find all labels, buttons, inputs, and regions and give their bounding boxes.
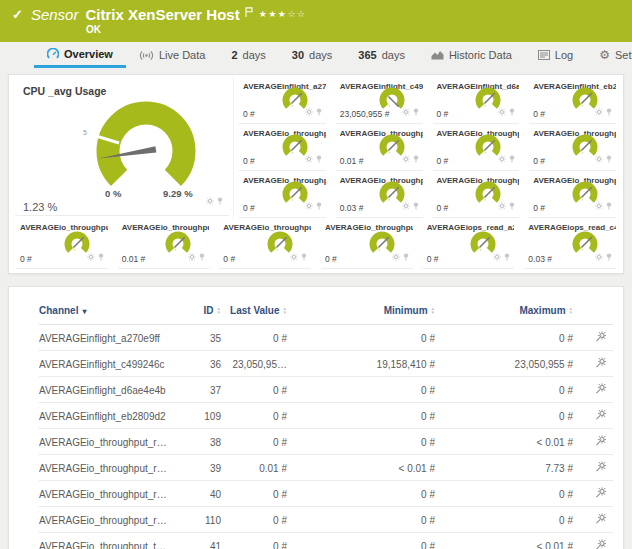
pin-icon[interactable] <box>509 149 515 167</box>
gear-icon[interactable] <box>290 247 298 265</box>
gear-icon[interactable] <box>595 102 603 120</box>
tab-365-days[interactable]: 365days <box>345 42 418 68</box>
gear-icon[interactable] <box>188 247 196 265</box>
channel-settings-gear-icon[interactable] <box>595 542 607 549</box>
sort-toggle-icon: ▲▼ <box>217 307 221 315</box>
cpu-gauge-tick-label: 5 <box>83 129 87 136</box>
gear-icon[interactable] <box>498 102 506 120</box>
column-header-maximum[interactable]: Maximum▲▼ <box>435 301 573 325</box>
channel-minimum-cell: 0 # <box>287 481 435 507</box>
tab-live-data[interactable]: Live Data <box>126 42 218 68</box>
column-header-minimum[interactable]: Minimum▲▼ <box>287 301 435 325</box>
channel-settings-gear-icon[interactable] <box>595 516 607 527</box>
pin-icon[interactable] <box>509 196 515 214</box>
star-icon[interactable]: ★ <box>268 9 278 19</box>
star-icon[interactable]: ☆ <box>297 9 307 19</box>
gauges-panel: CPU _avg Usage 5 0 % 9.29 % 1.23 % AVERA… <box>8 74 624 274</box>
gauge-icon <box>47 48 59 60</box>
pin-icon[interactable] <box>199 247 205 265</box>
pin-icon[interactable] <box>217 191 223 209</box>
column-header-channel[interactable]: Channel▾ <box>39 301 179 325</box>
pin-icon[interactable] <box>509 102 515 120</box>
tab-overview[interactable]: Overview <box>34 42 126 68</box>
gear-icon[interactable] <box>402 149 410 167</box>
channel-name-cell: AVERAGEinflight_c499246c <box>39 351 179 377</box>
mini-gauge-value: 0 # <box>533 109 545 119</box>
pin-icon[interactable] <box>316 149 322 167</box>
channel-row[interactable]: AVERAGEinflight_a270e9ff 35 0 # 0 # 0 # <box>39 325 613 351</box>
mini-gauge-value: 0 # <box>20 254 32 264</box>
channel-settings-gear-icon[interactable] <box>595 334 607 345</box>
mini-gauge-value: 0 # <box>325 254 337 264</box>
star-icon[interactable]: ★ <box>278 9 288 19</box>
channel-row[interactable]: AVERAGEio_throughput_r… 40 0 # 0 # 0 # <box>39 481 613 507</box>
pin-icon[interactable] <box>413 149 419 167</box>
pin-icon[interactable] <box>606 196 612 214</box>
gear-icon[interactable] <box>498 149 506 167</box>
mini-gauge-card: AVERAGEio_throughput_total… 0.03 # <box>336 171 423 218</box>
channel-id-cell: 110 <box>179 507 221 533</box>
pin-icon[interactable] <box>606 102 612 120</box>
tab-30-days[interactable]: 30days <box>279 42 346 68</box>
mini-gauge-card: AVERAGEio_throughput_write… 0 # <box>219 218 311 269</box>
gear-icon[interactable] <box>305 149 313 167</box>
gear-icon[interactable] <box>87 247 95 265</box>
gear-icon[interactable] <box>595 196 603 214</box>
priority-stars[interactable]: ★★★☆☆ <box>259 9 307 19</box>
channel-row[interactable]: AVERAGEio_throughput_t… 41 0 # 0 # < 0.0… <box>39 533 613 549</box>
pin-icon[interactable] <box>504 247 510 265</box>
tab-2-days[interactable]: 2days <box>218 42 278 68</box>
channel-row[interactable]: AVERAGEinflight_c499246c 36 23,050,95… 1… <box>39 351 613 377</box>
channel-minimum-cell: < 0.01 # <box>287 455 435 481</box>
star-icon[interactable]: ★ <box>259 9 269 19</box>
channel-last-value-cell: 0 # <box>221 429 287 455</box>
flag-icon[interactable] <box>245 7 253 17</box>
gear-icon[interactable] <box>305 196 313 214</box>
column-header-id[interactable]: ID▲▼ <box>179 301 221 325</box>
mini-gauge-card: AVERAGEinflight_d6ae4e4b 0 # <box>433 77 520 124</box>
channel-settings-gear-icon[interactable] <box>595 438 607 449</box>
broadcast-icon <box>139 50 154 61</box>
tab-log[interactable]: Log <box>525 42 586 68</box>
channel-row[interactable]: AVERAGEinflight_d6ae4e4b 37 0 # 0 # 0 # <box>39 377 613 403</box>
pin-icon[interactable] <box>413 102 419 120</box>
pin-icon[interactable] <box>606 247 612 265</box>
channel-settings-gear-icon[interactable] <box>595 360 607 371</box>
pin-icon[interactable] <box>403 247 409 265</box>
channel-row[interactable]: AVERAGEio_throughput_r… 110 0 # 0 # 0 # <box>39 507 613 533</box>
gear-icon[interactable] <box>595 247 603 265</box>
gear-icon[interactable] <box>493 247 501 265</box>
gear-icon[interactable] <box>402 196 410 214</box>
channel-last-value-cell: 23,050,95… <box>221 351 287 377</box>
pin-icon[interactable] <box>301 247 307 265</box>
channel-row[interactable]: AVERAGEio_throughput_r… 39 0.01 # < 0.01… <box>39 455 613 481</box>
mini-gauge-value: 0 # <box>533 203 545 213</box>
channel-settings-gear-icon[interactable] <box>595 490 607 501</box>
channel-maximum-cell: 0 # <box>435 481 573 507</box>
channel-id-cell: 109 <box>179 403 221 429</box>
gear-icon[interactable] <box>498 196 506 214</box>
gear-icon[interactable] <box>402 102 410 120</box>
gear-icon[interactable] <box>392 247 400 265</box>
gear-icon[interactable] <box>206 191 214 209</box>
tab-settings[interactable]: ⚙Settings <box>586 42 632 68</box>
gear-icon[interactable] <box>305 102 313 120</box>
mini-gauge-card: AVERAGEinflight_a270e9ff 0 # <box>239 77 326 124</box>
pin-icon[interactable] <box>413 196 419 214</box>
channel-settings-gear-icon[interactable] <box>595 386 607 397</box>
channel-settings-gear-icon[interactable] <box>595 464 607 475</box>
channel-minimum-cell: 0 # <box>287 377 435 403</box>
pin-icon[interactable] <box>316 196 322 214</box>
column-header-last-value[interactable]: Last Value▲▼ <box>221 301 287 325</box>
channel-row[interactable]: AVERAGEinflight_eb2809d2 109 0 # 0 # 0 # <box>39 403 613 429</box>
sort-desc-icon: ▾ <box>82 307 86 316</box>
tab-historic-data[interactable]: Historic Data <box>418 42 525 68</box>
channel-name-cell: AVERAGEio_throughput_r… <box>39 481 179 507</box>
gear-icon[interactable] <box>595 149 603 167</box>
pin-icon[interactable] <box>98 247 104 265</box>
pin-icon[interactable] <box>606 149 612 167</box>
pin-icon[interactable] <box>316 102 322 120</box>
channel-settings-gear-icon[interactable] <box>595 412 607 423</box>
star-icon[interactable]: ☆ <box>287 9 297 19</box>
channel-row[interactable]: AVERAGEio_throughput_r… 38 0 # 0 # < 0.0… <box>39 429 613 455</box>
